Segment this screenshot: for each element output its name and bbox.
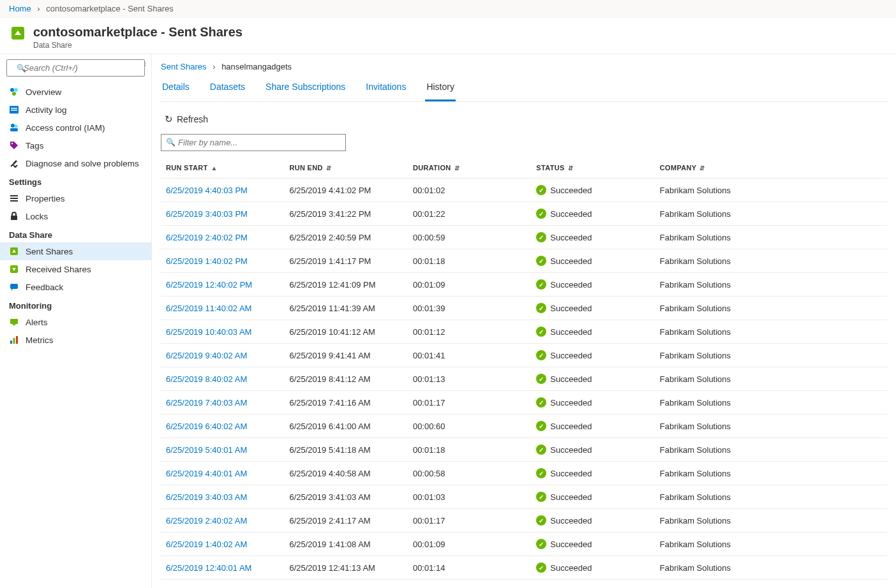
run-end-cell: 6/25/2019 11:41:39 AM xyxy=(284,297,407,320)
duration-cell: 00:01:09 xyxy=(408,533,531,556)
breadcrumb-current: contosomarketplace - Sent Shares xyxy=(46,4,173,13)
duration-cell: 00:00:59 xyxy=(408,226,531,249)
run-start-link[interactable]: 6/25/2019 3:40:03 AM xyxy=(166,492,247,502)
table-row: 6/25/2019 12:40:01 AM6/25/2019 12:41:13 … xyxy=(161,556,887,580)
status-cell: ✓Succeeded xyxy=(536,327,649,337)
nav-item-metrics[interactable]: Metrics xyxy=(0,331,151,349)
run-start-link[interactable]: 6/25/2019 2:40:02 AM xyxy=(166,516,247,526)
nav-item-label: Overview xyxy=(26,87,61,97)
status-text: Succeeded xyxy=(550,256,592,266)
run-start-link[interactable]: 6/25/2019 5:40:01 AM xyxy=(166,445,247,455)
duration-cell: 00:01:39 xyxy=(408,297,531,320)
nav-item-feedback[interactable]: Feedback xyxy=(0,278,151,296)
success-icon: ✓ xyxy=(536,539,546,549)
run-start-link[interactable]: 6/25/2019 9:40:02 AM xyxy=(166,351,247,360)
svg-rect-20 xyxy=(13,338,15,344)
access-control-icon xyxy=(9,122,19,133)
page-subtitle: Data Share xyxy=(33,41,243,50)
nav-section-settings: Settings xyxy=(0,172,151,189)
received-shares-icon xyxy=(9,264,19,274)
run-start-link[interactable]: 6/25/2019 3:40:03 PM xyxy=(166,209,248,219)
svg-rect-13 xyxy=(10,200,18,202)
breadcrumb-sent-shares-link[interactable]: Sent Shares xyxy=(161,62,207,71)
content-breadcrumb: Sent Shares › hanselmangadgets xyxy=(161,62,887,71)
success-icon: ✓ xyxy=(536,327,546,337)
nav-item-activity-log[interactable]: Activity log xyxy=(0,101,151,119)
status-cell: ✓Succeeded xyxy=(536,515,649,526)
refresh-button[interactable]: ↻ Refresh xyxy=(161,111,212,128)
table-row: 6/25/2019 7:40:03 AM6/25/2019 7:41:16 AM… xyxy=(161,391,887,415)
status-cell: ✓Succeeded xyxy=(536,303,649,313)
svg-rect-17 xyxy=(10,284,18,289)
run-start-link[interactable]: 6/25/2019 10:40:03 AM xyxy=(166,327,251,337)
run-end-cell: 6/25/2019 9:41:41 AM xyxy=(284,344,407,367)
duration-cell: 00:00:58 xyxy=(408,462,531,485)
svg-rect-6 xyxy=(11,110,17,111)
company-cell: Fabrikam Solutions xyxy=(655,344,887,367)
run-start-link[interactable]: 6/25/2019 11:40:02 AM xyxy=(166,304,251,313)
duration-cell: 00:01:18 xyxy=(408,438,531,462)
nav-item-label: Properties xyxy=(26,194,65,203)
company-cell: Fabrikam Solutions xyxy=(655,485,887,509)
company-cell: Fabrikam Solutions xyxy=(655,202,887,226)
run-start-link[interactable]: 6/25/2019 7:40:03 AM xyxy=(166,398,247,408)
svg-point-7 xyxy=(11,124,15,128)
run-end-cell: 6/25/2019 4:41:02 PM xyxy=(284,179,407,202)
company-cell: Fabrikam Solutions xyxy=(655,462,887,485)
run-end-cell: 6/25/2019 8:41:12 AM xyxy=(284,367,407,391)
nav-item-properties[interactable]: Properties xyxy=(0,189,151,207)
duration-cell: 00:01:41 xyxy=(408,344,531,367)
status-cell: ✓Succeeded xyxy=(536,209,649,219)
nav-item-label: Alerts xyxy=(26,318,48,327)
activity-log-icon xyxy=(9,105,19,115)
nav-item-sent-shares[interactable]: Sent Shares xyxy=(0,242,151,260)
run-start-link[interactable]: 6/25/2019 2:40:02 PM xyxy=(166,233,248,242)
run-start-link[interactable]: 6/25/2019 12:40:02 PM xyxy=(166,280,252,290)
table-row: 6/25/2019 10:40:03 AM6/25/2019 10:41:12 … xyxy=(161,320,887,344)
col-header-company[interactable]: COMPANY ⇵ xyxy=(655,158,887,179)
nav-item-label: Feedback xyxy=(26,283,63,292)
run-start-link[interactable]: 6/25/2019 6:40:02 AM xyxy=(166,422,247,431)
svg-rect-5 xyxy=(11,108,17,109)
nav-section-datashare: Data Share xyxy=(0,225,151,242)
col-header-run-start[interactable]: RUN START ▲ xyxy=(161,158,284,179)
table-row: 6/25/2019 4:40:01 AM6/25/2019 4:40:58 AM… xyxy=(161,462,887,485)
col-header-run-end[interactable]: RUN END ⇵ xyxy=(284,158,407,179)
run-start-link[interactable]: 6/25/2019 1:40:02 AM xyxy=(166,540,247,549)
status-cell: ✓Succeeded xyxy=(536,468,649,478)
status-cell: ✓Succeeded xyxy=(536,279,649,290)
company-cell: Fabrikam Solutions xyxy=(655,438,887,462)
tab-share-subscriptions[interactable]: Share Subscriptions xyxy=(264,75,347,101)
col-header-status[interactable]: STATUS ⇵ xyxy=(531,158,654,179)
table-row: 6/25/2019 3:40:03 PM6/25/2019 3:41:22 PM… xyxy=(161,202,887,226)
chevron-right-icon: › xyxy=(213,62,215,71)
success-icon: ✓ xyxy=(536,397,546,408)
status-cell: ✓Succeeded xyxy=(536,350,649,360)
success-icon: ✓ xyxy=(536,468,546,478)
run-end-cell: 6/25/2019 10:41:12 AM xyxy=(284,320,407,344)
run-start-link[interactable]: 6/25/2019 12:40:01 AM xyxy=(166,563,251,573)
status-cell: ✓Succeeded xyxy=(536,256,649,266)
filter-by-name-input[interactable] xyxy=(161,134,346,151)
sidebar-search-input[interactable] xyxy=(6,59,145,77)
tab-details[interactable]: Details xyxy=(161,75,191,101)
company-cell: Fabrikam Solutions xyxy=(655,297,887,320)
run-start-link[interactable]: 6/25/2019 4:40:03 PM xyxy=(166,186,248,195)
tab-datasets[interactable]: Datasets xyxy=(209,75,246,101)
nav-item-tags[interactable]: Tags xyxy=(0,136,151,154)
tab-history[interactable]: History xyxy=(425,75,456,101)
run-start-link[interactable]: 6/25/2019 1:40:02 PM xyxy=(166,256,248,266)
run-start-link[interactable]: 6/25/2019 4:40:01 AM xyxy=(166,469,247,478)
nav-item-received-shares[interactable]: Received Shares xyxy=(0,260,151,278)
nav-item-access-control[interactable]: Access control (IAM) xyxy=(0,119,151,136)
breadcrumb-home-link[interactable]: Home xyxy=(9,4,31,13)
col-header-duration[interactable]: DURATION ⇵ xyxy=(408,158,531,179)
nav-item-alerts[interactable]: Alerts xyxy=(0,313,151,331)
nav-item-diagnose[interactable]: Diagnose and solve problems xyxy=(0,154,151,172)
nav-item-locks[interactable]: Locks xyxy=(0,207,151,225)
tab-invitations[interactable]: Invitations xyxy=(364,75,407,101)
nav-item-overview[interactable]: Overview xyxy=(0,83,151,101)
run-start-link[interactable]: 6/25/2019 8:40:02 AM xyxy=(166,374,247,384)
status-text: Succeeded xyxy=(550,327,592,337)
success-icon: ✓ xyxy=(536,562,546,573)
